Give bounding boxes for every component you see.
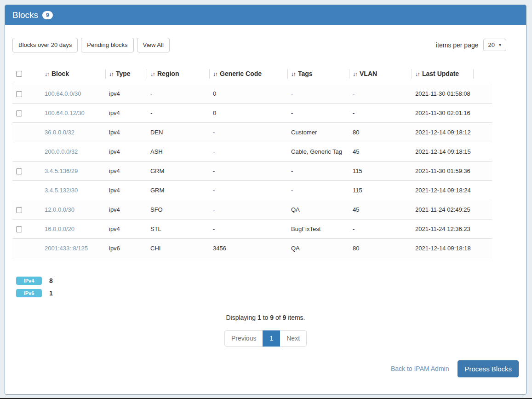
- cell-spacer: [473, 122, 492, 142]
- cell-generic_code: -: [209, 219, 287, 238]
- cell-generic_code: -: [209, 161, 287, 180]
- row-checkbox[interactable]: [16, 226, 22, 232]
- row-checkbox[interactable]: [16, 207, 22, 213]
- select-all-checkbox[interactable]: [16, 71, 22, 77]
- cell-block: 3.4.5.132/30: [41, 180, 105, 200]
- table-row: 100.64.0.12/30ipv4-0--2021-11-30 02:01:1…: [12, 103, 492, 122]
- page-title: Blocks: [12, 10, 38, 20]
- cell-generic_code: 0: [209, 84, 287, 103]
- sort-icon: ↓↑: [45, 70, 49, 77]
- caret-down-icon: ▾: [499, 42, 501, 47]
- cell-last_update: 2021-12-14 09:18:24: [412, 180, 473, 200]
- column-header-label: Type: [116, 70, 131, 77]
- cell-vlan: 45: [349, 142, 412, 161]
- column-header-region[interactable]: ↓↑Region: [147, 64, 209, 84]
- view-all-button[interactable]: View All: [137, 38, 170, 52]
- cell-last_update: 2021-12-14 09:18:15: [412, 142, 473, 161]
- row-checkbox[interactable]: [16, 91, 22, 97]
- select-all-header-cell: [12, 64, 41, 84]
- column-header-block[interactable]: ↓↑Block: [41, 64, 105, 84]
- cell-last_update: 2021-11-30 02:01:16: [412, 103, 473, 122]
- displaying-of-word: of: [275, 314, 281, 321]
- column-header-last-update[interactable]: ↓↑Last Update: [412, 64, 473, 84]
- panel-body: Blocks over 20 days Pending blocks View …: [5, 25, 526, 384]
- cell-vlan: -: [349, 219, 412, 238]
- column-header-generic-code[interactable]: ↓↑Generic Code: [209, 64, 287, 84]
- cell-vlan: -: [349, 103, 412, 122]
- ipv6-summary-row: IPv6 1: [16, 289, 519, 297]
- ipv4-count: 8: [49, 277, 53, 284]
- type-summary: IPv4 8 IPv6 1: [16, 277, 519, 297]
- panel-header: Blocks 9: [5, 5, 526, 25]
- row-checkbox-cell: [12, 219, 41, 238]
- cell-spacer: [473, 200, 492, 219]
- table-body: 100.64.0.0/30ipv4-0--2021-11-30 01:58:08…: [12, 84, 492, 258]
- displaying-suffix: items.: [288, 314, 305, 321]
- row-checkbox-cell: [12, 161, 41, 180]
- block-link[interactable]: 16.0.0.0/20: [45, 226, 74, 232]
- block-link[interactable]: 3.4.5.136/29: [45, 168, 78, 174]
- blocks-count-badge: 9: [42, 11, 53, 19]
- cell-region: CHI: [147, 238, 209, 258]
- sort-icon: ↓↑: [353, 70, 357, 77]
- table-row: 3.4.5.132/30ipv4GRM--1152021-12-14 09:18…: [12, 180, 492, 200]
- current-page-button[interactable]: 1: [263, 330, 280, 347]
- row-checkbox-cell: [12, 122, 41, 142]
- cell-block: 2001:433::8/125: [41, 238, 105, 258]
- cell-block: 200.0.0.0/32: [41, 142, 105, 161]
- table-row: 16.0.0.0/20ipv4STL-BugFixTest-2021-11-24…: [12, 219, 492, 238]
- cell-tags: -: [287, 103, 349, 122]
- block-link[interactable]: 100.64.0.12/30: [45, 110, 85, 116]
- block-link[interactable]: 200.0.0.0/32: [45, 148, 78, 155]
- table-row: 100.64.0.0/30ipv4-0--2021-11-30 01:58:08: [12, 84, 492, 103]
- cell-generic_code: -: [209, 122, 287, 142]
- row-checkbox[interactable]: [16, 110, 22, 116]
- cell-spacer: [473, 161, 492, 180]
- block-link[interactable]: 100.64.0.0/30: [45, 90, 81, 97]
- cell-type: ipv6: [105, 238, 147, 258]
- cell-region: -: [147, 84, 209, 103]
- column-header-label: VLAN: [360, 70, 377, 77]
- ipv4-badge: IPv4: [16, 277, 42, 285]
- cell-type: ipv4: [105, 84, 147, 103]
- items-per-page-label: items per page: [436, 41, 479, 49]
- cell-spacer: [473, 238, 492, 258]
- column-header-tags[interactable]: ↓↑Tags: [287, 64, 349, 84]
- cell-type: ipv4: [105, 103, 147, 122]
- cell-generic_code: 0: [209, 103, 287, 122]
- cell-vlan: 115: [349, 180, 412, 200]
- pending-blocks-button[interactable]: Pending blocks: [81, 38, 133, 52]
- cell-type: ipv4: [105, 142, 147, 161]
- previous-page-button[interactable]: Previous: [224, 330, 263, 347]
- column-header-type[interactable]: ↓↑Type: [105, 64, 147, 84]
- process-blocks-button[interactable]: Process Blocks: [458, 360, 519, 377]
- items-per-page-select[interactable]: 20 ▾: [483, 39, 507, 51]
- block-link[interactable]: 3.4.5.132/30: [45, 187, 78, 194]
- table-row: 12.0.0.0/30ipv4SFO-QA452021-11-24 02:49:…: [12, 200, 492, 219]
- column-header-vlan[interactable]: ↓↑VLAN: [349, 64, 412, 84]
- cell-generic_code: -: [209, 180, 287, 200]
- displaying-total: 9: [282, 314, 286, 321]
- displaying-from: 1: [257, 314, 261, 321]
- block-link[interactable]: 2001:433::8/125: [45, 245, 88, 252]
- cell-spacer: [473, 142, 492, 161]
- next-page-button[interactable]: Next: [280, 330, 307, 347]
- block-link[interactable]: 12.0.0.0/30: [45, 206, 74, 213]
- cell-region: SFO: [147, 200, 209, 219]
- column-header-spacer: [473, 64, 492, 84]
- column-header-label: Last Update: [422, 70, 459, 77]
- table-row: 3.4.5.136/29ipv4GRM--1152021-11-30 01:59…: [12, 161, 492, 180]
- cell-spacer: [473, 103, 492, 122]
- row-checkbox[interactable]: [16, 168, 22, 174]
- block-link[interactable]: 36.0.0.0/32: [45, 129, 74, 136]
- cell-generic_code: 3456: [209, 238, 287, 258]
- cell-block: 36.0.0.0/32: [41, 122, 105, 142]
- blocks-over-20-days-button[interactable]: Blocks over 20 days: [12, 38, 78, 52]
- back-to-ipam-link[interactable]: Back to IPAM Admin: [391, 365, 449, 372]
- table-row: 200.0.0.0/32ipv4ASH-Cable, Generic Tag45…: [12, 142, 492, 161]
- cell-region: ASH: [147, 142, 209, 161]
- cell-last_update: 2021-11-30 01:59:36: [412, 161, 473, 180]
- row-checkbox-cell: [12, 103, 41, 122]
- cell-type: ipv4: [105, 200, 147, 219]
- items-per-page: items per page 20 ▾: [436, 39, 506, 51]
